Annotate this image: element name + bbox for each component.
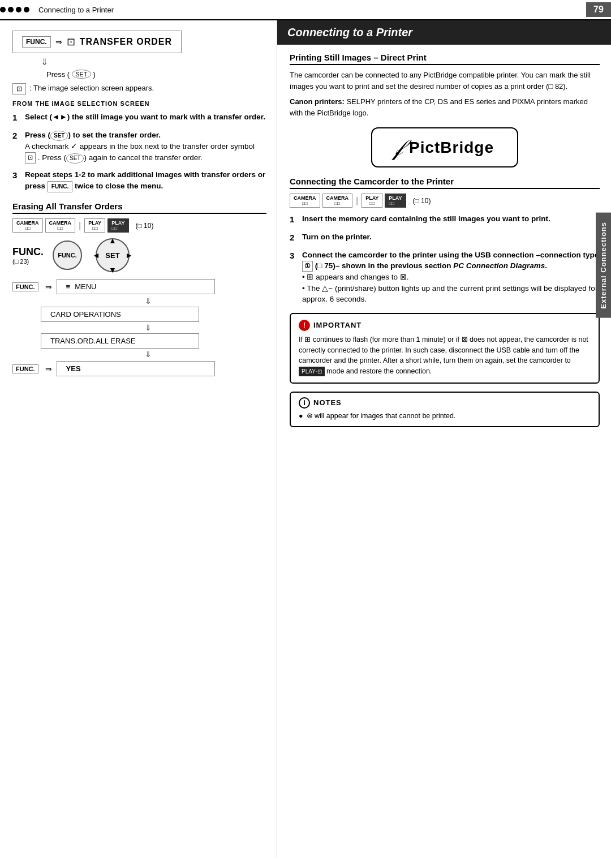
dot3: [16, 7, 21, 12]
important-title: IMPORTANT: [313, 321, 362, 329]
important-box: ! IMPORTANT If ⊞ continues to flash (for…: [290, 313, 600, 384]
right-step-1-bold: Insert the memory card containing the st…: [302, 214, 550, 223]
func-arrow: ⇒: [45, 282, 52, 291]
right-step-3: 3 Connect the camcorder to the printer u…: [290, 250, 600, 305]
play-btn-r1: PLAY □□: [362, 194, 382, 208]
flow-arrow-3: ⇓: [29, 350, 266, 359]
func-circle-label: FUNC.: [58, 252, 77, 259]
step-2-set: SET: [50, 131, 68, 141]
important-text: If ⊞ continues to flash (for more than 1…: [299, 334, 591, 377]
set-circle-label: SET: [105, 251, 119, 260]
flow-box-trans: TRANS.ORD.ALL ERASE: [41, 333, 199, 349]
cam-play-row-right: CAMERA □□ CAMERA □□ | PLAY □□ PLAY □□ (□…: [290, 194, 600, 208]
card-ops-label: CARD OPERATIONS: [50, 310, 121, 319]
camera-btn-2: CAMERA □□: [45, 218, 76, 233]
step-1: 1 Select (◄►) the still image you want t…: [12, 111, 266, 124]
step-2-content: Press (SET) to set the transfer order. A…: [25, 130, 266, 164]
play-mode-btn: PLAY·⊡: [299, 367, 325, 376]
canon-bold: Canon printers:: [290, 97, 345, 106]
pictbridge-logo-box: 𝒻 PictBridge: [371, 127, 518, 167]
left-arrow-icon: ◄: [92, 251, 100, 260]
step-1-content: Select (◄►) the still image you want to …: [25, 111, 265, 124]
step-1-num: 1: [12, 111, 21, 124]
func-circle-btn[interactable]: FUNC.: [53, 240, 82, 270]
cam-play-ref-right: (□ 10): [413, 197, 431, 205]
camera-btn-1: CAMERA □□: [12, 218, 43, 233]
menu-label: MENU: [75, 282, 96, 291]
printing-heading: Printing Still Images – Direct Print: [290, 53, 600, 65]
page-number: 79: [586, 2, 611, 17]
up-arrow-icon: ▲: [109, 236, 117, 245]
main-layout: FUNC. ⇒ ⊡ TRANSFER ORDER ⇓ Press ( SET )…: [0, 20, 611, 858]
step-3-bold: Repeat steps 1-2 to mark additional imag…: [25, 170, 265, 190]
step-3: 3 Repeat steps 1-2 to mark additional im…: [12, 169, 266, 192]
play-btn-2-active: PLAY □□: [107, 218, 128, 233]
right-step-3-content: Connect the camcorder to the printer usi…: [302, 250, 600, 305]
pipe-sep-1: |: [79, 221, 81, 231]
printing-body: The camcorder can be connected to any Pi…: [290, 70, 600, 92]
pipe-sep-r: |: [356, 196, 358, 206]
right-step-2-bold: Turn on the printer.: [302, 233, 372, 241]
func-menu-label: FUNC.: [12, 282, 38, 291]
left-column: FUNC. ⇒ ⊡ TRANSFER ORDER ⇓ Press ( SET )…: [0, 20, 277, 858]
flow-box-menu: ≡ MENU: [57, 279, 215, 294]
erasing-heading: Erasing All Transfer Orders: [12, 201, 266, 214]
camera-btn-r1: CAMERA □□: [290, 194, 320, 208]
right-content: Printing Still Images – Direct Print The…: [277, 53, 611, 444]
func-label-section: FUNC. (□ 23): [12, 246, 44, 265]
usb-type-icon: ①: [302, 261, 313, 272]
camera-btn-r2: CAMERA □□: [322, 194, 353, 208]
right-steps-list: 1 Insert the memory card containing the …: [290, 213, 600, 305]
side-tab: External Connections: [596, 213, 611, 318]
dots-decoration: [0, 7, 29, 12]
cam-play-row-left: CAMERA □□ CAMERA □□ | PLAY □□ PLAY □□ (□…: [12, 218, 266, 233]
set-circle-btn[interactable]: ▲ SET ▼ ◄ ►: [96, 238, 130, 272]
image-desc-text: : The image selection screen appears.: [29, 83, 154, 93]
important-header: ! IMPORTANT: [299, 320, 591, 331]
bullet-1: • ⊞ appears and changes to ⊠.: [302, 273, 409, 281]
right-step-2-num: 2: [290, 231, 299, 244]
step-2: 2 Press (SET) to set the transfer order.…: [12, 130, 266, 164]
yes-label: YES: [66, 364, 81, 373]
dot4: [24, 7, 29, 12]
func-label-1: FUNC.: [22, 36, 51, 48]
play-btn-1: PLAY □□: [84, 218, 105, 233]
right-arrow-icon: ►: [125, 251, 133, 260]
func-yes-arrow: ⇒: [45, 364, 52, 373]
transfer-order-box: FUNC. ⇒ ⊡ TRANSFER ORDER: [12, 31, 182, 53]
notes-icon: i: [299, 397, 310, 409]
right-step-1-content: Insert the memory card containing the st…: [302, 213, 550, 226]
right-section-title: Connecting to a Printer: [277, 20, 611, 45]
notes-box: i NOTES ● ⊗ will appear for images that …: [290, 392, 600, 427]
set-button-label: SET: [72, 70, 91, 79]
notes-item-1: ● ⊗ will appear for images that cannot b…: [299, 411, 591, 422]
down-arrow-icon: ▼: [109, 265, 117, 274]
func-bold-label: FUNC.: [12, 246, 44, 258]
notes-header: i NOTES: [299, 397, 591, 409]
right-step-1-num: 1: [290, 213, 299, 226]
cam-play-ref-left: (□ 10): [136, 222, 154, 230]
from-image-selection-heading: From the Image Selection Screen: [12, 100, 266, 107]
steps-list: 1 Select (◄►) the still image you want t…: [12, 111, 266, 192]
pictbridge-text: PictBridge: [409, 139, 494, 157]
top-bar: Connecting to a Printer 79: [0, 0, 611, 20]
play-btn-r2-active: PLAY □□: [385, 194, 406, 208]
menu-flow: FUNC. ⇒ ≡ MENU ⇓ CARD OPERATIONS ⇓ TRANS…: [12, 278, 266, 377]
func-inline: FUNC.: [48, 181, 73, 193]
bullet-2: • The △~ (print/share) button lights up …: [302, 284, 597, 304]
note-text-1: ⊗ will appear for images that cannot be …: [307, 411, 456, 422]
important-icon: !: [299, 320, 310, 331]
press-set-row: Press ( SET ): [46, 70, 266, 79]
note-bullet: ●: [299, 411, 303, 422]
func-yes-label: FUNC.: [12, 364, 38, 373]
connecting-heading: Connecting the Camcorder to the Printer: [290, 177, 600, 189]
down-arrow-1: ⇓: [12, 57, 266, 67]
step-1-bold: Select (◄►) the still image you want to …: [25, 113, 265, 121]
menu-icon: ≡: [66, 282, 71, 291]
image-icon-desc: ⊡ : The image selection screen appears.: [12, 83, 266, 94]
pictbridge-icon: 𝒻: [395, 134, 402, 161]
press-close: ): [93, 70, 96, 79]
transfer-icon: ⊡: [67, 36, 75, 48]
flow-arrow-2: ⇓: [29, 323, 266, 332]
right-step-1: 1 Insert the memory card containing the …: [290, 213, 600, 226]
